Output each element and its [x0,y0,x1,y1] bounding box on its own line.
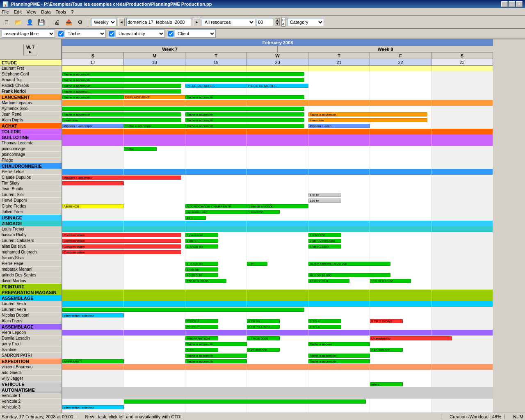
task-bar[interactable]: 2 kb 30/1500 [247,348,280,352]
grid-row-alias-da-silva[interactable]: Contamination [62,249,493,255]
grid-row-alain-duplis[interactable]: Mission a accomplirTache a accomplirTach… [62,123,493,129]
zoom-up-button[interactable]: ▲ [275,18,280,22]
task-bar[interactable]: 43 1 [185,216,206,220]
tache-checkbox[interactable] [58,31,64,37]
task-bar[interactable]: Tache [124,147,157,151]
task-bar[interactable]: 1 cr [247,262,267,266]
task-bar[interactable] [62,308,304,312]
task-bar[interactable]: Tache a accomplir [124,124,185,128]
task-bar[interactable]: APPRARETI [62,359,124,363]
task-bar[interactable]: reparation rivc [185,210,247,214]
menu-file[interactable]: File [2,9,9,14]
task-bar[interactable]: 2 TG 4 [308,319,341,323]
client-check-label[interactable]: Client [168,30,216,38]
maximize-button[interactable]: □ [509,1,515,7]
tache-check-label[interactable]: Tâche [58,30,106,38]
unavail-checkbox[interactable] [109,31,114,37]
task-bar[interactable]: 2 kb 90/15ml/3ml [308,239,341,243]
task-bar[interactable]: Tache a accomplir [185,354,247,358]
task-bar[interactable]: 80 RLX 20.0 [308,279,349,283]
task-bar[interactable]: 1 TRCB 90 [185,244,218,249]
task-bar[interactable]: Tache a accomplir [308,354,370,358]
task-bar[interactable]: PIECE DETACHES [185,84,247,88]
task-bar[interactable]: 1 TRCB 90 [185,262,218,266]
task-bar[interactable]: Contamination [62,244,181,249]
task-bar[interactable]: Tache a accomplir [185,112,304,116]
task-bar[interactable]: Unavailability [370,336,452,340]
task-bar[interactable]: 4 TR 90 [247,319,280,323]
menu-data[interactable]: Data [41,9,50,14]
grid-row-poinconnage[interactable] [62,158,493,163]
user-button[interactable]: 👤 [25,17,34,27]
task-bar[interactable]: 1 kb 90/1300 [308,244,341,249]
task-bar[interactable]: Tache a accomplir [308,112,427,116]
grid-row-pliage[interactable] [62,163,493,169]
menu-tools[interactable]: Tools [56,9,66,14]
client-select[interactable]: Client [175,30,216,38]
grid-row-hassan-riaby[interactable]: Contamination2 kb 902 kb 90/15ml/3ml [62,238,493,244]
task-bar[interactable]: Tache a accomplir [185,342,247,346]
grid-row-claire-fredes[interactable]: reparation rivc2 kb 901 tcb/2200 [62,209,493,215]
task-bar[interactable]: Tache a accomplir [62,95,124,99]
resource-select[interactable]: All resources [202,18,255,26]
grid-row-david-martins[interactable] [62,284,493,290]
task-bar[interactable]: 1 TRCB 5000 [247,336,280,340]
task-bar[interactable]: intervention exterieur [62,313,124,317]
grid-row-martine-lepalois[interactable] [62,106,493,112]
task-bar[interactable]: 1 tranch niv/2000 [247,204,308,208]
menu-view[interactable]: View [27,9,37,14]
window-controls[interactable]: _ □ × [501,1,523,7]
task-bar[interactable]: Tache a accomplir [308,359,370,363]
task-bar[interactable]: DEPLACEMENT [124,95,185,99]
task-bar[interactable]: 40 30 5 10 [185,273,218,277]
grid-row-louis-frenoi[interactable]: Contamination2 pousseur1 tcb/2200 [62,232,493,238]
grid-row-poinconnage[interactable] [62,152,493,158]
grid-row-saintine[interactable]: Tache a accomplirTache a accomplir [62,353,493,358]
date-input[interactable]: domenica 17 febbraio 2008 [126,18,192,26]
grid-row-arnaud-tuji[interactable]: Tache a accomplirPIECE DETACHESPIECE DET… [62,83,493,89]
task-bar[interactable]: Tache a accomplir [185,95,304,99]
grid-row-francis-silva[interactable]: 1 TRCB 901 crRLX lr corniera 89 20 200 [62,261,493,267]
tache-select[interactable]: Tâche [65,30,106,38]
grid-row-hervé-duponi[interactable]: ABSENCEACCROCHAGE CHARPENTE1 tranch niv/… [62,203,493,209]
grid-row-laurent-sioi[interactable]: 198 hr [62,198,493,203]
grid-row-viera-lepoon[interactable]: PREPARATION1 TRCB 5000Unavailability [62,336,493,341]
task-bar[interactable] [62,107,304,111]
task-bar[interactable]: Tache a accomplir [62,112,181,116]
task-bar[interactable]: Tache a accomplir [185,118,304,122]
task-bar[interactable]: intervention exterieur [62,405,124,409]
grid-row-thomas-lecomte[interactable]: Tache [62,146,493,152]
grid-row-perry-fred[interactable]: 5 TR2 kb 30/15002 kb 90/1600 [62,347,493,353]
task-bar[interactable]: RLX lr corniera 89 20 200 [308,262,390,266]
grid-row-jean-rené[interactable]: InventaireTache a accomplirInventaire [62,117,493,123]
next-period-button[interactable]: ► [194,18,200,26]
task-bar[interactable]: Tache a accomplir [62,84,181,88]
task-bar[interactable]: PIECE P [185,325,218,329]
task-bar[interactable]: Tache a accomplir [62,72,304,76]
category-select[interactable]: Category [287,18,324,26]
task-bar[interactable]: 9 TR 2 DIONS [370,319,403,323]
print-button[interactable]: 🖨 [52,17,62,27]
grid-row-vincent-bourreau[interactable] [62,370,493,376]
task-bar[interactable] [62,181,124,185]
task-bar[interactable]: 5 TR [185,348,218,352]
save-button[interactable]: 💾 [36,17,46,27]
task-bar[interactable]: 2 pousseur [185,233,218,237]
grid-row-frank-norloi[interactable]: Tache a accomplirDEPLACEMENTTache a acco… [62,94,493,100]
grid-row-claude-dupuios[interactable] [62,180,493,186]
task-bar[interactable]: Contamination [62,250,181,254]
task-bar[interactable]: 198 hr [308,193,341,197]
grid-row-laurent-fret[interactable]: Tache a accomplir [62,71,493,77]
task-bar[interactable]: Tache a accomplir [185,124,304,128]
right-grid[interactable]: February 2008 Week 7 Week 8 S M T W T F … [62,39,525,420]
grid-row-patrick-chisois[interactable]: Tache a accomp... [62,89,493,94]
task-bar[interactable]: 2 TR 73 1 TR 9 [247,325,280,329]
grid-row-damila-lesadin[interactable]: Tache a accomplirTache a accom... [62,341,493,347]
grid-row-pierre-lelois[interactable]: Mission a accomplir [62,175,493,180]
task-bar[interactable]: 2 kb 90/1600 [370,348,403,352]
menu-help[interactable]: ? [71,9,73,14]
task-bar[interactable]: Inventaire [62,118,181,122]
week-nav[interactable]: W. 7 ► [23,44,37,55]
export-button[interactable]: 📤 [64,17,73,27]
task-bar[interactable]: 1 tcb/2200 [308,233,341,237]
